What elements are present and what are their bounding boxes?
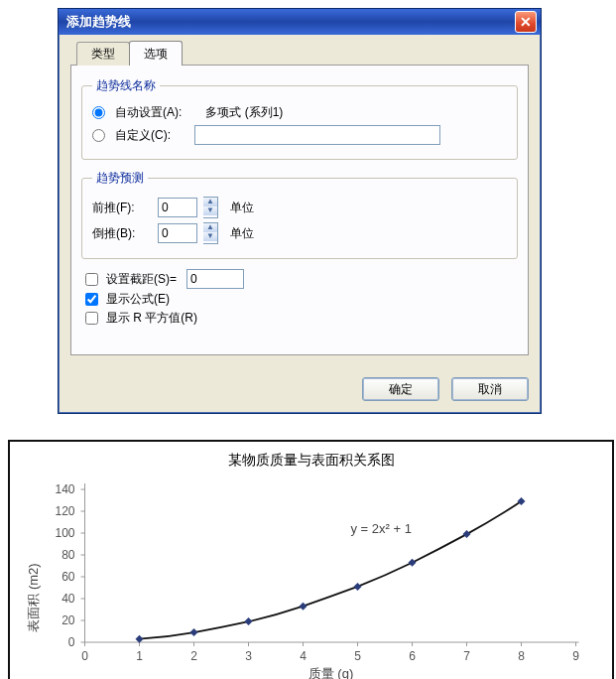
titlebar: 添加趋势线 ✕ <box>59 9 541 35</box>
chevron-down-icon: ▼ <box>203 232 217 241</box>
dialog: 添加趋势线 ✕ 类型 选项 趋势线名称 自动设置(A): 多项式 (系列1) 自… <box>58 8 542 414</box>
check-rsq[interactable] <box>85 312 98 325</box>
tab-panel-options: 趋势线名称 自动设置(A): 多项式 (系列1) 自定义(C): 趋势预测 前推… <box>70 65 529 355</box>
chart-svg: 表面积 (m2) 0 20 40 60 80 100 120 140 0 1 2… <box>20 474 602 679</box>
label-custom: 自定义(C): <box>115 127 171 144</box>
svg-text:6: 6 <box>409 649 416 663</box>
data-markers <box>136 497 526 643</box>
row-auto: 自动设置(A): 多项式 (系列1) <box>92 104 507 121</box>
unit-backward: 单位 <box>230 225 254 242</box>
dialog-title: 添加趋势线 <box>62 13 131 31</box>
label-auto: 自动设置(A): <box>115 104 182 121</box>
radio-auto[interactable] <box>92 106 105 119</box>
spinner-forward[interactable]: ▲ ▼ <box>203 197 218 218</box>
row-equation: 显示公式(E) <box>85 291 518 308</box>
tab-type[interactable]: 类型 <box>76 42 130 66</box>
input-custom-name[interactable] <box>194 125 440 145</box>
svg-text:60: 60 <box>62 570 75 584</box>
svg-text:140: 140 <box>55 482 74 496</box>
input-forward[interactable] <box>158 198 197 217</box>
legend-forecast: 趋势预测 <box>92 170 148 187</box>
svg-text:8: 8 <box>518 649 525 663</box>
svg-text:80: 80 <box>62 548 75 562</box>
equation-label: y = 2x² + 1 <box>351 521 412 536</box>
chart-container: 某物质质量与表面积关系图 表面积 (m2) 0 20 40 60 80 100 … <box>8 440 614 679</box>
row-custom: 自定义(C): <box>92 125 507 145</box>
label-forward: 前推(F): <box>92 200 152 216</box>
x-ticks: 0 1 2 3 4 5 6 7 8 9 <box>81 642 579 663</box>
tab-strip: 类型 选项 <box>76 43 529 65</box>
svg-text:0: 0 <box>68 635 75 649</box>
input-backward[interactable] <box>158 223 197 243</box>
close-icon: ✕ <box>520 14 532 30</box>
svg-text:100: 100 <box>55 526 74 540</box>
label-backward: 倒推(B): <box>92 225 152 242</box>
ok-button[interactable]: 确定 <box>362 377 439 401</box>
close-button[interactable]: ✕ <box>515 11 537 33</box>
chart-title: 某物质质量与表面积关系图 <box>20 452 602 470</box>
svg-text:120: 120 <box>55 504 74 518</box>
row-forward: 前推(F): ▲ ▼ 单位 <box>92 197 507 218</box>
auto-value: 多项式 (系列1) <box>205 104 283 121</box>
svg-text:9: 9 <box>572 649 579 663</box>
cancel-button[interactable]: 取消 <box>451 377 529 401</box>
svg-text:0: 0 <box>81 649 88 663</box>
ylabel: 表面积 (m2) <box>26 563 41 631</box>
row-rsq: 显示 R 平方值(R) <box>85 310 518 327</box>
radio-custom[interactable] <box>92 129 105 142</box>
svg-text:4: 4 <box>300 649 307 663</box>
legend-name: 趋势线名称 <box>92 77 160 94</box>
svg-text:3: 3 <box>245 649 252 663</box>
row-intercept: 设置截距(S)= <box>85 269 518 289</box>
chevron-down-icon: ▼ <box>203 206 217 215</box>
checks-group: 设置截距(S)= 显示公式(E) 显示 R 平方值(R) <box>85 269 518 327</box>
label-equation: 显示公式(E) <box>106 291 170 308</box>
svg-text:1: 1 <box>136 649 143 663</box>
row-backward: 倒推(B): ▲ ▼ 单位 <box>92 222 507 244</box>
svg-text:7: 7 <box>463 649 470 663</box>
label-rsq: 显示 R 平方值(R) <box>106 310 197 327</box>
group-trendline-name: 趋势线名称 自动设置(A): 多项式 (系列1) 自定义(C): <box>81 77 518 160</box>
y-ticks: 0 20 40 60 80 100 120 140 <box>55 482 84 649</box>
check-intercept[interactable] <box>85 273 98 286</box>
label-intercept: 设置截距(S)= <box>106 271 177 288</box>
group-forecast: 趋势预测 前推(F): ▲ ▼ 单位 倒推(B): ▲ ▼ <box>81 170 518 259</box>
svg-text:2: 2 <box>190 649 197 663</box>
svg-text:5: 5 <box>354 649 361 663</box>
dialog-footer: 确定 取消 <box>59 367 541 413</box>
xlabel: 质量 (g) <box>308 666 354 679</box>
input-intercept[interactable] <box>186 269 244 289</box>
spinner-backward[interactable]: ▲ ▼ <box>203 222 218 244</box>
dialog-body: 类型 选项 趋势线名称 自动设置(A): 多项式 (系列1) 自定义(C): 趋… <box>59 35 541 367</box>
svg-text:20: 20 <box>62 613 75 627</box>
svg-text:40: 40 <box>62 592 75 606</box>
check-equation[interactable] <box>85 293 98 306</box>
tab-options[interactable]: 选项 <box>129 41 183 66</box>
trendline <box>140 501 522 639</box>
unit-forward: 单位 <box>230 200 254 216</box>
